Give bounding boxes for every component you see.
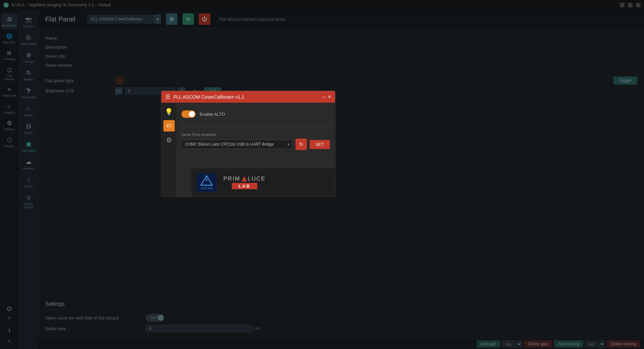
primaluce-name2: LUCE bbox=[248, 176, 266, 182]
svg-point-2 bbox=[206, 179, 208, 181]
modal-footer: ASCOM PRIM LUCE LAB bbox=[192, 168, 335, 197]
modal-sidebar: 💡 🏷 ⚙ bbox=[161, 103, 176, 197]
primaluce-logo: PRIM LUCE LAB bbox=[223, 176, 266, 189]
primaluce-triangle-svg bbox=[241, 176, 247, 182]
ascom-logo: ASCOM bbox=[197, 173, 217, 192]
serial-ports-label: Serial Ports Available bbox=[181, 133, 330, 137]
serial-port-dropdown[interactable]: COM7 Silicon Labs CP210x USB to UART Bri… bbox=[181, 140, 293, 149]
modal-close-button[interactable]: × bbox=[328, 94, 331, 100]
alto-toggle-knob bbox=[189, 111, 195, 117]
lab-badge: LAB bbox=[232, 183, 257, 189]
modal-dialog: ☰ PLL ASCOM CoverCalibrator v1.1 – × 💡 🏷… bbox=[161, 91, 335, 197]
modal-bulb-icon[interactable]: 💡 bbox=[163, 106, 175, 117]
svg-marker-3 bbox=[241, 176, 247, 182]
modal-gear-icon[interactable]: ⚙ bbox=[163, 134, 175, 146]
ascom-logo-svg bbox=[200, 175, 213, 186]
alto-label: Enable ALTO bbox=[200, 112, 225, 117]
serial-refresh-button[interactable]: ↻ bbox=[296, 139, 307, 150]
serial-set-button[interactable]: SET bbox=[310, 140, 330, 149]
lab-text: LAB bbox=[238, 184, 251, 189]
modal-menu-icon[interactable]: ☰ bbox=[165, 94, 170, 100]
modal-minimize-button[interactable]: – bbox=[322, 94, 325, 100]
alto-row: Enable ALTO bbox=[181, 108, 330, 120]
alto-toggle[interactable] bbox=[181, 110, 196, 118]
modal-separator bbox=[181, 127, 330, 128]
serial-ports-row: COM7 Silicon Labs CP210x USB to UART Bri… bbox=[181, 139, 330, 150]
modal-overlay: ☰ PLL ASCOM CoverCalibrator v1.1 – × 💡 🏷… bbox=[0, 0, 644, 349]
modal-main-wrapper: Enable ALTO Serial Ports Available COM7 … bbox=[176, 103, 335, 197]
ascom-text: ASCOM bbox=[200, 187, 213, 190]
modal-title-bar: ☰ PLL ASCOM CoverCalibrator v1.1 – × bbox=[161, 91, 335, 103]
modal-body: 💡 🏷 ⚙ Enable ALTO Serial Ports bbox=[161, 103, 335, 197]
primaluce-text-row: PRIM LUCE bbox=[223, 176, 266, 182]
modal-tag-icon[interactable]: 🏷 bbox=[163, 120, 175, 132]
serial-dropdown-arrow-icon: ▼ bbox=[287, 143, 290, 146]
primaluce-name: PRIM bbox=[223, 176, 240, 182]
serial-select-wrapper: COM7 Silicon Labs CP210x USB to UART Bri… bbox=[181, 140, 293, 149]
modal-title: PLL ASCOM CoverCalibrator v1.1 bbox=[173, 94, 322, 100]
modal-main: Enable ALTO Serial Ports Available COM7 … bbox=[176, 103, 335, 168]
